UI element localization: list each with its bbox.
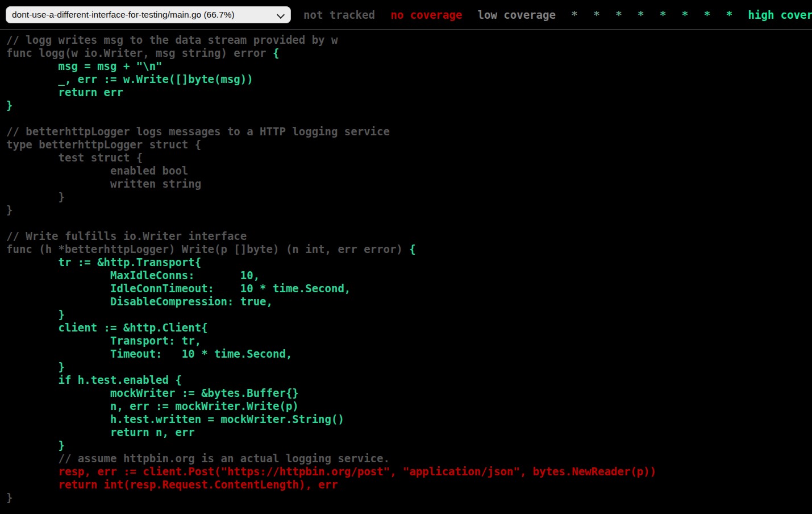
code-segment: mockWriter := &bytes.Buffer{} bbox=[6, 387, 299, 399]
code-segment: enabled bool bbox=[6, 164, 188, 177]
code-segment: } bbox=[6, 308, 65, 321]
code-segment: } bbox=[6, 360, 65, 373]
code-segment: _, err := w.Write([]byte(msg)) bbox=[6, 73, 253, 85]
legend-no-coverage: no coverage bbox=[390, 9, 462, 21]
code-segment: n, err := mockWriter.Write(p) bbox=[6, 400, 299, 412]
file-select-wrapper: dont-use-a-different-interface-for-testi… bbox=[6, 6, 291, 23]
code-segment: client := &http.Client{ bbox=[6, 321, 208, 334]
code-segment: msg = msg + "\n" bbox=[6, 60, 163, 72]
code-segment: // assume httpbin.org is an actual loggi… bbox=[6, 452, 390, 465]
code-segment: return n, err bbox=[6, 426, 195, 438]
code-segment: func logg(w io.Writer, msg string) error bbox=[6, 47, 273, 59]
code-segment: MaxIdleConns: 10, bbox=[6, 269, 260, 281]
code-segment: } bbox=[6, 491, 13, 504]
code-segment: IdleConnTimeout: 10 * time.Second, bbox=[6, 282, 351, 295]
source-code: // logg writes msg to the data stream pr… bbox=[0, 34, 812, 514]
code-segment: type betterhttpLogger struct { bbox=[6, 138, 201, 151]
code-segment: h.test.written = mockWriter.String() bbox=[6, 413, 344, 425]
code-segment: } bbox=[6, 99, 13, 111]
code-segment: } bbox=[6, 439, 65, 451]
coverage-star: * bbox=[704, 9, 710, 21]
code-segment: { bbox=[273, 47, 279, 59]
code-segment: // betterhttpLogger logs messages to a H… bbox=[6, 125, 390, 138]
code-segment: { bbox=[409, 243, 415, 255]
legend-high-coverage: high coverage bbox=[748, 9, 812, 21]
code-segment: } bbox=[6, 190, 65, 203]
code-segment: } bbox=[6, 204, 13, 216]
code-segment: return int(resp.Request.ContentLength), … bbox=[6, 478, 338, 491]
code-segment: // Write fulfills io.Writer interface bbox=[6, 230, 247, 242]
code-segment: // logg writes msg to the data stream pr… bbox=[6, 34, 338, 46]
coverage-star: * bbox=[726, 9, 732, 21]
content: // logg writes msg to the data stream pr… bbox=[0, 34, 812, 514]
code-segment: DisableCompression: true, bbox=[6, 295, 273, 308]
coverage-star: * bbox=[682, 9, 688, 21]
code-segment: Transport: tr, bbox=[6, 334, 201, 347]
code-segment: tr := &http.Transport{ bbox=[6, 256, 201, 268]
legend-low-coverage: low coverage bbox=[478, 9, 556, 21]
coverage-star: * bbox=[660, 9, 666, 21]
coverage-star: * bbox=[615, 9, 622, 21]
coverage-legend: not tracked no coverage low coverage * *… bbox=[299, 9, 812, 21]
code-segment: if h.test.enabled { bbox=[6, 374, 182, 386]
coverage-star: * bbox=[593, 9, 599, 21]
code-segment: written string bbox=[6, 177, 201, 190]
coverage-star: * bbox=[571, 9, 577, 21]
topbar: dont-use-a-different-interface-for-testi… bbox=[0, 0, 812, 30]
code-segment: resp, err := client.Post("https://httpbi… bbox=[6, 465, 656, 478]
file-select[interactable]: dont-use-a-different-interface-for-testi… bbox=[6, 6, 291, 23]
code-segment: Timeout: 10 * time.Second, bbox=[6, 347, 292, 360]
code-segment: func (h *betterhttpLogger) Write(p []byt… bbox=[6, 243, 409, 255]
code-segment: return err bbox=[6, 86, 123, 98]
legend-not-tracked: not tracked bbox=[303, 9, 375, 21]
coverage-star: * bbox=[638, 9, 644, 21]
code-segment: test struct { bbox=[6, 151, 143, 164]
